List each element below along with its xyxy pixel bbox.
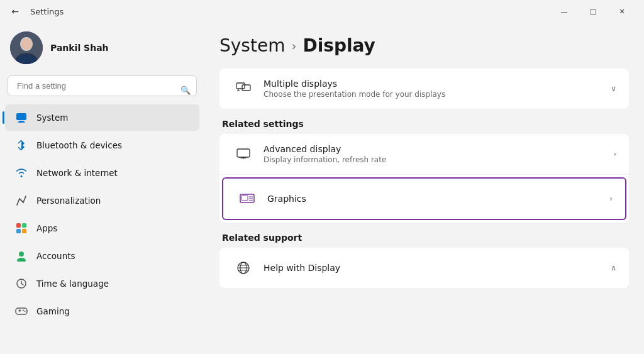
sidebar-item-time[interactable]: Time & language — [5, 270, 199, 297]
related-support-card: Help with Display ∧ — [219, 248, 629, 288]
gaming-label: Gaming — [36, 306, 70, 316]
svg-point-15 — [17, 258, 26, 262]
svg-rect-12 — [16, 229, 21, 233]
sidebar-item-apps[interactable]: Apps — [5, 215, 199, 241]
help-display-icon — [232, 257, 255, 279]
svg-point-9 — [21, 175, 23, 177]
sidebar-item-network[interactable]: Network & internet — [5, 160, 199, 186]
back-button[interactable]: ← — [8, 4, 23, 19]
system-label: System — [36, 113, 68, 123]
svg-point-18 — [23, 310, 24, 311]
bluetooth-icon — [15, 139, 28, 152]
advanced-display-chevron: › — [613, 150, 616, 158]
sidebar-item-bluetooth[interactable]: Bluetooth & devices — [5, 132, 199, 158]
multiple-displays-row[interactable]: Multiple displays Choose the presentatio… — [219, 69, 629, 109]
system-icon — [15, 111, 28, 124]
accounts-label: Accounts — [36, 251, 75, 261]
main-content: System › Display Multiple displays Choos… — [204, 23, 644, 354]
network-icon — [15, 167, 28, 179]
advanced-display-desc: Display information, refresh rate — [264, 155, 613, 164]
breadcrumb-current: Display — [303, 35, 375, 56]
help-display-row[interactable]: Help with Display ∧ — [219, 248, 629, 288]
breadcrumb-parent: System — [219, 35, 285, 56]
svg-point-3 — [21, 38, 32, 50]
time-label: Time & language — [36, 279, 109, 289]
title-bar: ← Settings — □ ✕ — [0, 0, 644, 23]
advanced-display-row[interactable]: Advanced display Display information, re… — [219, 134, 629, 175]
personalization-label: Personalization — [36, 196, 101, 206]
network-label: Network & internet — [36, 168, 118, 178]
svg-rect-20 — [236, 83, 245, 89]
svg-rect-6 — [16, 113, 26, 120]
avatar — [10, 31, 43, 64]
sidebar: Pankil Shah 🔍 System — [0, 23, 204, 354]
search-input[interactable] — [8, 75, 197, 96]
advanced-display-text: Advanced display Display information, re… — [264, 144, 613, 164]
advanced-display-icon — [232, 143, 255, 165]
svg-rect-8 — [18, 122, 25, 123]
related-settings-card: Advanced display Display information, re… — [219, 134, 629, 223]
app-title: Settings — [30, 7, 64, 16]
breadcrumb-separator: › — [291, 38, 296, 53]
help-display-text: Help with Display — [264, 263, 611, 273]
window-controls: — □ ✕ — [550, 1, 636, 21]
svg-point-19 — [25, 311, 26, 312]
multiple-displays-text: Multiple displays Choose the presentatio… — [264, 79, 611, 99]
user-profile[interactable]: Pankil Shah — [0, 23, 204, 75]
related-support-label: Related support — [222, 233, 629, 243]
help-display-expand-icon: ∧ — [611, 263, 616, 272]
accounts-icon — [15, 250, 28, 262]
svg-rect-21 — [242, 85, 250, 91]
apps-icon — [15, 222, 28, 235]
search-container: 🔍 — [0, 75, 204, 104]
maximize-button[interactable]: □ — [579, 1, 608, 21]
svg-rect-22 — [237, 149, 250, 157]
search-icon: 🔍 — [180, 85, 191, 94]
advanced-display-title: Advanced display — [264, 144, 613, 154]
multiple-displays-card: Multiple displays Choose the presentatio… — [219, 69, 629, 109]
multiple-displays-desc: Choose the presentation mode for your di… — [264, 90, 611, 99]
graphics-icon — [236, 187, 258, 210]
multiple-displays-icon — [232, 77, 255, 100]
sidebar-item-system[interactable]: System — [5, 104, 199, 131]
help-display-title: Help with Display — [264, 263, 611, 273]
sidebar-item-gaming[interactable]: Gaming — [5, 298, 199, 324]
svg-rect-24 — [242, 196, 248, 201]
related-settings-label: Related settings — [222, 119, 629, 129]
page-title: System › Display — [219, 35, 629, 56]
apps-label: Apps — [36, 223, 57, 233]
svg-rect-13 — [22, 229, 26, 233]
sidebar-item-personalization[interactable]: Personalization — [5, 187, 199, 214]
graphics-row[interactable]: Graphics › — [222, 177, 626, 220]
multiple-displays-expand-icon: ∨ — [611, 84, 616, 93]
gaming-icon — [15, 305, 28, 318]
app-body: Pankil Shah 🔍 System — [0, 23, 644, 354]
svg-rect-10 — [16, 223, 21, 228]
svg-point-14 — [19, 252, 24, 257]
close-button[interactable]: ✕ — [608, 1, 636, 21]
bluetooth-label: Bluetooth & devices — [36, 140, 122, 150]
time-icon — [15, 277, 28, 290]
user-name: Pankil Shah — [50, 43, 109, 53]
sidebar-item-accounts[interactable]: Accounts — [5, 243, 199, 269]
multiple-displays-title: Multiple displays — [264, 79, 611, 89]
graphics-text: Graphics — [267, 194, 609, 204]
minimize-button[interactable]: — — [550, 1, 579, 21]
personalization-icon — [15, 194, 28, 207]
svg-rect-11 — [22, 223, 26, 228]
graphics-title: Graphics — [267, 194, 609, 204]
graphics-chevron: › — [609, 194, 613, 203]
